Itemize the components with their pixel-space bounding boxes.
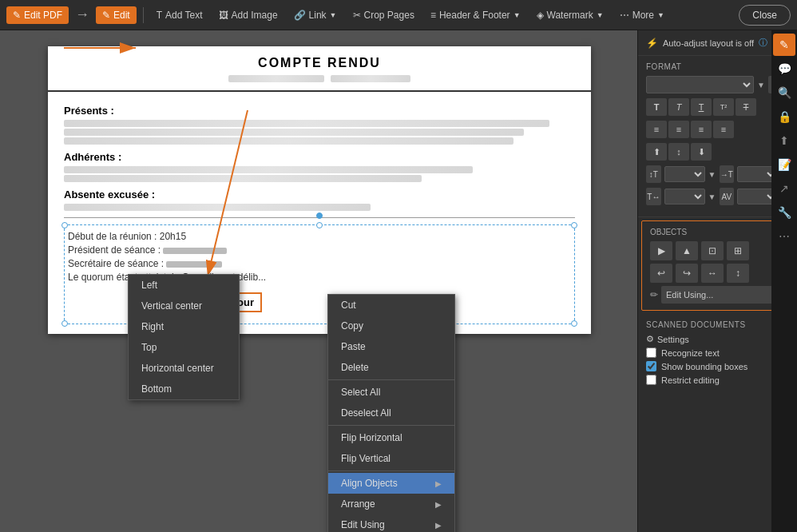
sub-bottom[interactable]: Bottom [129, 379, 239, 399]
text-line-2: Président de séance : [68, 244, 571, 256]
side-export-icon[interactable]: ⬆ [773, 129, 795, 152]
align-justify-button[interactable]: ≡ [713, 121, 734, 138]
ctx-align-objects[interactable]: Align Objects ▶ [328, 473, 454, 494]
align-row: ≡ ≡ ≡ ≡ [646, 121, 789, 138]
ctx-flip-h[interactable]: Flip Horizontal [328, 427, 454, 448]
handle-top-right[interactable] [571, 222, 577, 228]
edit-pdf-button[interactable]: ✎ Edit PDF [6, 6, 69, 24]
obj-align-btn[interactable]: ⊞ [727, 241, 749, 260]
edit-button[interactable]: ✎ Edit [96, 6, 137, 24]
obj-flip-v-btn[interactable]: ↕ [727, 264, 749, 283]
watermark-button[interactable]: ◈ Watermark ▼ [530, 6, 610, 24]
header-footer-button[interactable]: ≡ Header & Footer ▼ [424, 6, 527, 24]
ctx-copy[interactable]: Copy [328, 316, 454, 336]
strikethrough-button[interactable]: T [736, 98, 756, 116]
side-more-icon[interactable]: ⋯ [773, 225, 795, 248]
show-bounding-label: Show bounding boxes [661, 362, 747, 371]
ctx-separator-1 [328, 379, 454, 380]
pdf-canvas: COMPTE RENDU Présents : Adhérents : Abse… [0, 30, 637, 532]
obj-undo-btn[interactable]: ↩ [650, 264, 672, 283]
hf-chevron-icon: ▼ [513, 11, 521, 19]
bold-button[interactable]: T [646, 98, 667, 116]
add-text-button[interactable]: T Add Text [150, 6, 209, 24]
more-button[interactable]: ⋯ More ▼ [613, 6, 671, 24]
close-button[interactable]: Close [739, 5, 791, 26]
sub-horizontal-center[interactable]: Horizontal center [129, 358, 239, 379]
sub-left[interactable]: Left [129, 275, 239, 296]
align-top-button[interactable]: ⬆ [646, 143, 667, 161]
align-right-button[interactable]: ≡ [691, 121, 712, 138]
pdf-title: COMPTE RENDU [64, 56, 575, 70]
rotate-handle[interactable] [316, 212, 323, 219]
recognize-text-label: Recognize text [661, 348, 720, 358]
ctx-paste[interactable]: Paste [328, 336, 454, 357]
sub-vertical-center[interactable]: Vertical center [129, 296, 239, 316]
restrict-editing-checkbox[interactable] [646, 375, 656, 385]
right-panel: ⚡ Auto-adjust layout is off ⓘ FORMAT ▼ ?… [637, 30, 797, 532]
line-spacing-select[interactable] [664, 166, 705, 182]
obj-flip-h-btn[interactable]: ↔ [701, 264, 724, 283]
handle-top-mid[interactable] [316, 222, 323, 228]
ctx-select-all[interactable]: Select All [328, 382, 454, 403]
ctx-deselect-all[interactable]: Deselect All [328, 403, 454, 423]
recognize-text-checkbox[interactable] [646, 347, 656, 358]
char-spacing-icon: T↔ [646, 188, 661, 205]
link-button[interactable]: 🔗 Link ▼ [287, 6, 343, 24]
show-bounding-checkbox[interactable] [646, 361, 656, 371]
restrict-editing-label: Restrict editing [661, 375, 720, 385]
font-family-select[interactable] [646, 76, 754, 93]
header-blurred-2 [331, 75, 410, 82]
align-center-button[interactable]: ≡ [668, 121, 689, 138]
handle-bottom-right[interactable] [571, 320, 577, 327]
presents-line-3 [64, 137, 513, 145]
side-protect-icon[interactable]: 🔒 [773, 105, 795, 128]
ctx-separator-2 [328, 425, 454, 426]
auto-adjust-label: Auto-adjust layout is off [663, 38, 754, 48]
info-icon[interactable]: ⓘ [759, 37, 767, 49]
settings-gear-icon: ⚙ [646, 334, 654, 344]
align-left-button[interactable]: ≡ [646, 121, 667, 138]
align-submenu: Left Vertical center Right Top Horizonta… [128, 274, 240, 400]
sub-top[interactable]: Top [129, 337, 239, 358]
ctx-edit-using[interactable]: Edit Using ▶ [328, 514, 454, 532]
context-menu: Cut Copy Paste Delete Select All Deselec… [327, 294, 455, 532]
side-tools-icon[interactable]: 🔧 [773, 201, 795, 224]
header-blurred-1 [228, 75, 324, 82]
ctx-align-arrow: ▶ [435, 479, 442, 488]
objects-row-1: ▶ ▲ ⊡ ⊞ ◀ [650, 241, 785, 260]
ctx-delete[interactable]: Delete [328, 357, 454, 378]
crop-pages-button[interactable]: ✂ Crop Pages [347, 6, 421, 24]
superscript-button[interactable]: T² [713, 98, 734, 116]
ctx-cut[interactable]: Cut [328, 295, 454, 316]
side-comment-icon[interactable]: 💬 [773, 58, 795, 80]
side-fill-icon[interactable]: 📝 [773, 153, 795, 176]
settings-row[interactable]: ⚙ Settings [646, 334, 789, 344]
italic-button[interactable]: T [668, 98, 689, 116]
char-spacing-select[interactable] [664, 189, 705, 204]
objects-row-2: ↩ ↪ ↔ ↕ [650, 264, 785, 283]
font-row: ▼ ? [646, 76, 789, 93]
handle-top-left[interactable] [61, 222, 68, 228]
edit-pdf-icon: ✎ [13, 10, 21, 21]
add-image-button[interactable]: 🖼 Add Image [212, 6, 284, 24]
obj-redo-btn[interactable]: ↪ [676, 264, 698, 283]
obj-triangle-btn[interactable]: ▲ [676, 241, 698, 260]
recognize-text-row: Recognize text [646, 347, 789, 358]
side-search-icon[interactable]: 🔍 [773, 81, 795, 104]
side-share-icon[interactable]: ↗ [773, 177, 795, 200]
obj-crop-btn[interactable]: ⊡ [701, 241, 724, 260]
align-middle-button[interactable]: ↕ [668, 143, 689, 161]
auto-adjust-icon: ⚡ [646, 38, 658, 49]
handle-bottom-left[interactable] [61, 320, 68, 327]
obj-play-btn[interactable]: ▶ [650, 241, 672, 260]
underline-button[interactable]: T [691, 98, 712, 116]
text-line-3: Secrétaire de séance : [68, 258, 571, 269]
side-edit-icon[interactable]: ✎ [773, 34, 795, 56]
edit-using-button[interactable]: Edit Using... [661, 286, 774, 304]
sub-right[interactable]: Right [129, 316, 239, 337]
crop-icon: ✂ [353, 10, 361, 21]
font-chevron: ▼ [757, 81, 765, 89]
ctx-arrange[interactable]: Arrange ▶ [328, 494, 454, 514]
align-bottom-button[interactable]: ⬇ [691, 143, 712, 161]
ctx-flip-v[interactable]: Flip Vertical [328, 448, 454, 469]
